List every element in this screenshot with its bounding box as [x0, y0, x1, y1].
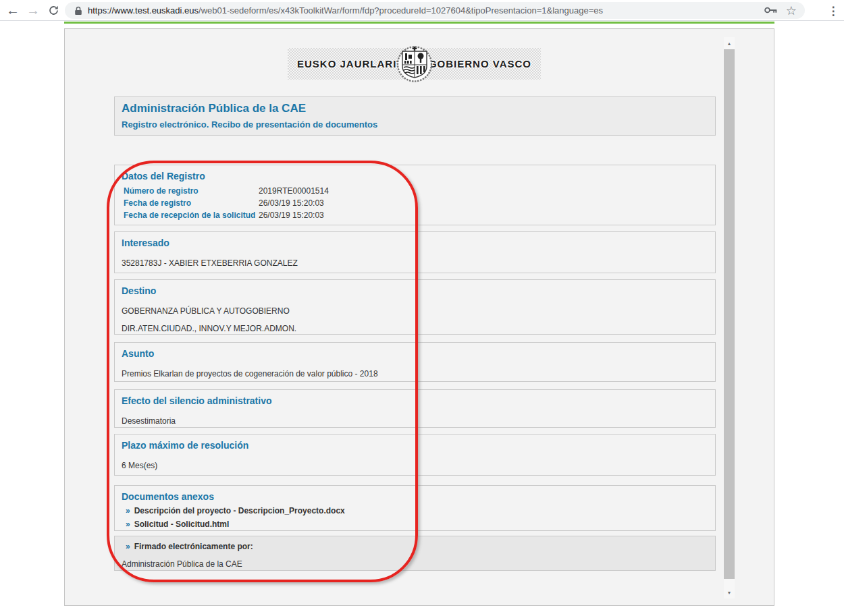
section-interesado: Interesado 35281783J - XABIER ETXEBERRIA…	[114, 231, 716, 273]
table-row: Fecha de registro 26/03/19 15:20:03	[122, 198, 708, 208]
address-bar[interactable]: https://www.test.euskadi.eus/web01-sedef…	[65, 2, 805, 19]
basque-coat-of-arms-icon	[396, 46, 433, 82]
row-label: Número de registro	[122, 186, 259, 196]
lock-icon	[74, 6, 82, 16]
url-path: /web01-sedeform/es/x43kToolkitWar/form/f…	[199, 5, 603, 16]
asunto-value: Premios Elkarlan de proyectos de cogener…	[122, 369, 708, 379]
section-firmado: »Firmado electrónicamente por: Administr…	[114, 536, 716, 571]
document-link-label: Solicitud - Solicitud.html	[134, 520, 230, 529]
plazo-value: 6 Mes(es)	[122, 461, 708, 470]
page-header-box: Administración Pública de la CAE Registr…	[114, 96, 716, 136]
section-title: Plazo máximo de resolución	[122, 440, 708, 451]
scroll-down-icon: ▼	[727, 590, 732, 595]
firmado-heading: »Firmado electrónicamente por:	[126, 542, 708, 551]
back-button[interactable]: ←	[4, 1, 22, 19]
section-silencio-administrativo: Efecto del silencio administrativo Deses…	[114, 389, 716, 428]
section-destino: Destino GOBERNANZA PÚBLICA Y AUTOGOBIERN…	[114, 279, 716, 335]
row-value: 26/03/19 15:20:03	[259, 198, 324, 208]
scroll-down-button[interactable]: ▼	[724, 586, 735, 598]
bookmark-star-icon[interactable]: ☆	[786, 5, 797, 17]
scroll-up-button[interactable]: ▲	[724, 37, 735, 49]
gobierno-vasco-banner: EUSKO JAURLARITZA GOBIERNO VASCO	[288, 48, 541, 80]
panel-scrollbar[interactable]: ▲ ▼	[724, 37, 735, 598]
row-label: Fecha de recepción de la solicitud	[122, 211, 259, 220]
chevron-bullet-icon: »	[126, 506, 130, 515]
document-link[interactable]: »Solicitud - Solicitud.html	[126, 520, 708, 529]
reload-icon	[48, 5, 59, 16]
section-datos-del-registro: Datos del Registro Número de registro 20…	[114, 165, 716, 225]
section-title: Documentos anexos	[122, 491, 708, 502]
page-subtitle: Registro electrónico. Recibo de presenta…	[122, 119, 708, 130]
scroll-up-icon: ▲	[727, 41, 732, 46]
green-top-bar	[64, 22, 774, 24]
forward-icon: →	[26, 3, 40, 18]
browser-window: ← → https://www.test.euskadi.eus/web01-s…	[0, 0, 844, 616]
scrollbar-thumb[interactable]	[724, 49, 735, 579]
reload-button[interactable]	[45, 1, 62, 19]
scrollbar-track[interactable]	[724, 579, 735, 586]
destino-line: DIR.ATEN.CIUDAD., INNOV.Y MEJOR.ADMON.	[122, 324, 708, 333]
destino-line: GOBERNANZA PÚBLICA Y AUTOGOBIERNO	[122, 306, 708, 316]
page-title: Administración Pública de la CAE	[122, 102, 708, 115]
section-documentos-anexos: Documentos anexos »Descripción del proye…	[114, 485, 716, 531]
forward-button[interactable]: →	[24, 1, 42, 19]
row-label: Fecha de registro	[122, 198, 259, 208]
section-asunto: Asunto Premios Elkarlan de proyectos de …	[114, 342, 716, 382]
document-link[interactable]: »Descripción del proyecto - Descripcion_…	[126, 506, 708, 515]
back-icon: ←	[6, 3, 20, 18]
firmado-title: Firmado electrónicamente por:	[134, 542, 253, 551]
section-title: Efecto del silencio administrativo	[122, 395, 708, 406]
chevron-bullet-icon: »	[126, 542, 130, 551]
section-title: Destino	[122, 285, 708, 296]
section-title: Datos del Registro	[122, 171, 708, 181]
browser-toolbar: ← → https://www.test.euskadi.eus/web01-s…	[0, 0, 844, 21]
url-host: https://www.test.euskadi.eus	[88, 5, 199, 16]
table-row: Número de registro 2019RTE00001514	[122, 186, 708, 196]
web-page: EUSKO JAURLARITZA GOBIERNO VASCO	[0, 21, 844, 616]
receipt-panel: EUSKO JAURLARITZA GOBIERNO VASCO	[64, 28, 774, 606]
silencio-value: Desestimatoria	[122, 416, 708, 426]
registro-table: Número de registro 2019RTE00001514 Fecha…	[122, 186, 708, 220]
table-row: Fecha de recepción de la solicitud 26/03…	[122, 211, 708, 220]
chevron-bullet-icon: »	[126, 520, 130, 529]
logo-text-right: GOBIERNO VASCO	[429, 58, 531, 69]
section-plazo-maximo: Plazo máximo de resolución 6 Mes(es)	[114, 434, 716, 476]
browser-menu-icon[interactable]: ⋮	[825, 2, 841, 20]
section-title: Interesado	[122, 237, 708, 248]
section-title: Asunto	[122, 348, 708, 359]
interesado-value: 35281783J - XABIER ETXEBERRIA GONZALEZ	[122, 258, 708, 268]
url-text: https://www.test.euskadi.eus/web01-sedef…	[88, 5, 764, 16]
firmado-value: Administración Pública de la CAE	[122, 559, 708, 569]
row-value: 2019RTE00001514	[259, 186, 329, 196]
document-link-label: Descripción del proyecto - Descripcion_P…	[134, 506, 345, 515]
password-key-icon[interactable]	[764, 5, 778, 17]
row-value: 26/03/19 15:20:03	[259, 211, 324, 220]
